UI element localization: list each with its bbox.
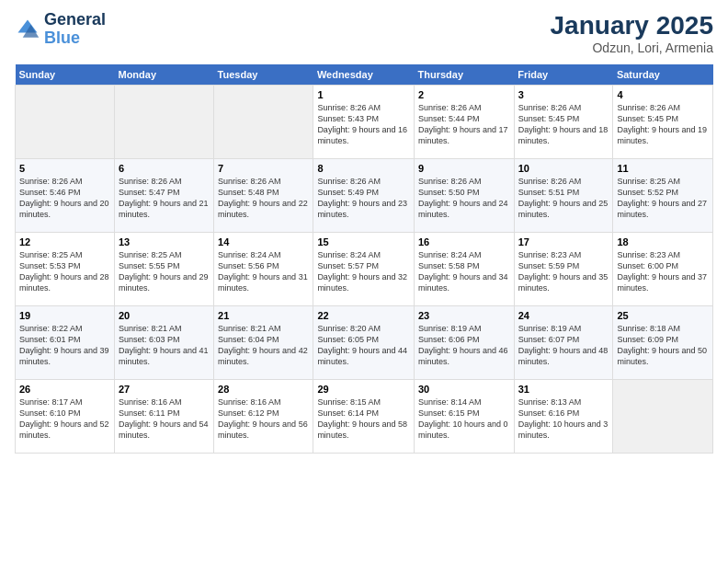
subtitle: Odzun, Lori, Armenia bbox=[551, 40, 713, 55]
logo-text: General Blue bbox=[44, 11, 106, 48]
day-number: 14 bbox=[218, 236, 309, 247]
day-cell: 25Sunrise: 8:18 AM Sunset: 6:09 PM Dayli… bbox=[613, 306, 713, 380]
day-info: Sunrise: 8:25 AM Sunset: 5:55 PM Dayligh… bbox=[119, 249, 210, 294]
day-cell: 8Sunrise: 8:26 AM Sunset: 5:49 PM Daylig… bbox=[313, 159, 415, 233]
day-cell: 10Sunrise: 8:26 AM Sunset: 5:51 PM Dayli… bbox=[514, 159, 613, 233]
col-header-saturday: Saturday bbox=[613, 64, 713, 86]
day-number: 25 bbox=[617, 310, 709, 321]
day-cell: 5Sunrise: 8:26 AM Sunset: 5:46 PM Daylig… bbox=[16, 159, 115, 233]
day-cell: 16Sunrise: 8:24 AM Sunset: 5:58 PM Dayli… bbox=[414, 233, 514, 306]
day-cell: 9Sunrise: 8:26 AM Sunset: 5:50 PM Daylig… bbox=[414, 159, 514, 233]
day-cell: 21Sunrise: 8:21 AM Sunset: 6:04 PM Dayli… bbox=[214, 306, 313, 380]
day-info: Sunrise: 8:24 AM Sunset: 5:58 PM Dayligh… bbox=[418, 249, 510, 294]
day-number: 1 bbox=[317, 89, 410, 100]
day-number: 8 bbox=[317, 163, 410, 174]
day-info: Sunrise: 8:15 AM Sunset: 6:14 PM Dayligh… bbox=[317, 396, 410, 442]
day-number: 13 bbox=[119, 236, 210, 247]
calendar-table: SundayMondayTuesdayWednesdayThursdayFrid… bbox=[15, 64, 713, 454]
title-block: January 2025 Odzun, Lori, Armenia bbox=[551, 11, 713, 55]
day-number: 30 bbox=[418, 384, 510, 395]
day-info: Sunrise: 8:26 AM Sunset: 5:46 PM Dayligh… bbox=[19, 176, 110, 221]
day-number: 26 bbox=[19, 384, 110, 395]
day-number: 9 bbox=[418, 163, 510, 174]
day-info: Sunrise: 8:26 AM Sunset: 5:45 PM Dayligh… bbox=[617, 102, 709, 147]
header: General Blue January 2025 Odzun, Lori, A… bbox=[15, 11, 713, 55]
day-cell: 3Sunrise: 8:26 AM Sunset: 5:45 PM Daylig… bbox=[514, 86, 613, 159]
col-header-wednesday: Wednesday bbox=[313, 64, 415, 86]
day-cell: 18Sunrise: 8:23 AM Sunset: 6:00 PM Dayli… bbox=[613, 233, 713, 306]
day-info: Sunrise: 8:26 AM Sunset: 5:49 PM Dayligh… bbox=[317, 176, 410, 221]
day-cell: 19Sunrise: 8:22 AM Sunset: 6:01 PM Dayli… bbox=[16, 306, 115, 380]
day-number: 10 bbox=[518, 163, 609, 174]
day-cell: 26Sunrise: 8:17 AM Sunset: 6:10 PM Dayli… bbox=[16, 380, 115, 454]
day-number: 18 bbox=[617, 236, 709, 247]
main-title: January 2025 bbox=[551, 11, 713, 40]
day-cell: 4Sunrise: 8:26 AM Sunset: 5:45 PM Daylig… bbox=[613, 86, 713, 159]
day-cell bbox=[214, 86, 313, 159]
logo-icon bbox=[15, 17, 40, 42]
day-info: Sunrise: 8:24 AM Sunset: 5:57 PM Dayligh… bbox=[317, 249, 410, 294]
day-info: Sunrise: 8:26 AM Sunset: 5:43 PM Dayligh… bbox=[317, 102, 410, 147]
week-row-1: 1Sunrise: 8:26 AM Sunset: 5:43 PM Daylig… bbox=[16, 86, 713, 159]
week-row-4: 19Sunrise: 8:22 AM Sunset: 6:01 PM Dayli… bbox=[16, 306, 713, 380]
day-cell: 24Sunrise: 8:19 AM Sunset: 6:07 PM Dayli… bbox=[514, 306, 613, 380]
day-cell: 23Sunrise: 8:19 AM Sunset: 6:06 PM Dayli… bbox=[414, 306, 514, 380]
day-number: 24 bbox=[518, 310, 609, 321]
day-number: 5 bbox=[19, 163, 110, 174]
week-row-5: 26Sunrise: 8:17 AM Sunset: 6:10 PM Dayli… bbox=[16, 380, 713, 454]
day-number: 29 bbox=[317, 384, 410, 395]
day-cell: 2Sunrise: 8:26 AM Sunset: 5:44 PM Daylig… bbox=[414, 86, 514, 159]
day-info: Sunrise: 8:13 AM Sunset: 6:16 PM Dayligh… bbox=[518, 396, 609, 442]
day-info: Sunrise: 8:26 AM Sunset: 5:51 PM Dayligh… bbox=[518, 176, 609, 221]
week-row-2: 5Sunrise: 8:26 AM Sunset: 5:46 PM Daylig… bbox=[16, 159, 713, 233]
day-number: 6 bbox=[119, 163, 210, 174]
day-info: Sunrise: 8:16 AM Sunset: 6:11 PM Dayligh… bbox=[119, 396, 210, 442]
day-cell: 20Sunrise: 8:21 AM Sunset: 6:03 PM Dayli… bbox=[114, 306, 213, 380]
day-cell: 13Sunrise: 8:25 AM Sunset: 5:55 PM Dayli… bbox=[114, 233, 213, 306]
day-number: 2 bbox=[418, 89, 510, 100]
day-cell: 6Sunrise: 8:26 AM Sunset: 5:47 PM Daylig… bbox=[114, 159, 213, 233]
col-header-friday: Friday bbox=[514, 64, 613, 86]
day-cell: 30Sunrise: 8:14 AM Sunset: 6:15 PM Dayli… bbox=[414, 380, 514, 454]
day-info: Sunrise: 8:14 AM Sunset: 6:15 PM Dayligh… bbox=[418, 396, 510, 442]
day-info: Sunrise: 8:26 AM Sunset: 5:45 PM Dayligh… bbox=[518, 102, 609, 147]
day-info: Sunrise: 8:16 AM Sunset: 6:12 PM Dayligh… bbox=[218, 396, 309, 442]
day-cell: 11Sunrise: 8:25 AM Sunset: 5:52 PM Dayli… bbox=[613, 159, 713, 233]
col-header-thursday: Thursday bbox=[414, 64, 514, 86]
day-number: 17 bbox=[518, 236, 609, 247]
day-info: Sunrise: 8:26 AM Sunset: 5:44 PM Dayligh… bbox=[418, 102, 510, 147]
day-info: Sunrise: 8:21 AM Sunset: 6:04 PM Dayligh… bbox=[218, 323, 309, 368]
day-number: 3 bbox=[518, 89, 609, 100]
day-cell bbox=[16, 86, 115, 159]
day-cell: 14Sunrise: 8:24 AM Sunset: 5:56 PM Dayli… bbox=[214, 233, 313, 306]
day-cell: 31Sunrise: 8:13 AM Sunset: 6:16 PM Dayli… bbox=[514, 380, 613, 454]
day-number: 28 bbox=[218, 384, 309, 395]
day-number: 21 bbox=[218, 310, 309, 321]
day-number: 31 bbox=[518, 384, 609, 395]
col-header-tuesday: Tuesday bbox=[214, 64, 313, 86]
col-header-sunday: Sunday bbox=[16, 64, 115, 86]
day-cell: 12Sunrise: 8:25 AM Sunset: 5:53 PM Dayli… bbox=[16, 233, 115, 306]
day-number: 27 bbox=[119, 384, 210, 395]
day-info: Sunrise: 8:24 AM Sunset: 5:56 PM Dayligh… bbox=[218, 249, 309, 294]
day-info: Sunrise: 8:19 AM Sunset: 6:06 PM Dayligh… bbox=[418, 323, 510, 368]
day-number: 4 bbox=[617, 89, 709, 100]
day-info: Sunrise: 8:25 AM Sunset: 5:53 PM Dayligh… bbox=[19, 249, 110, 294]
day-number: 23 bbox=[418, 310, 510, 321]
day-cell: 27Sunrise: 8:16 AM Sunset: 6:11 PM Dayli… bbox=[114, 380, 213, 454]
day-number: 7 bbox=[218, 163, 309, 174]
day-cell bbox=[114, 86, 213, 159]
day-info: Sunrise: 8:19 AM Sunset: 6:07 PM Dayligh… bbox=[518, 323, 609, 368]
day-cell: 28Sunrise: 8:16 AM Sunset: 6:12 PM Dayli… bbox=[214, 380, 313, 454]
day-info: Sunrise: 8:21 AM Sunset: 6:03 PM Dayligh… bbox=[119, 323, 210, 368]
day-cell: 29Sunrise: 8:15 AM Sunset: 6:14 PM Dayli… bbox=[313, 380, 415, 454]
day-number: 12 bbox=[19, 236, 110, 247]
day-info: Sunrise: 8:17 AM Sunset: 6:10 PM Dayligh… bbox=[19, 396, 110, 442]
logo: General Blue bbox=[15, 11, 106, 48]
day-info: Sunrise: 8:26 AM Sunset: 5:50 PM Dayligh… bbox=[418, 176, 510, 221]
day-cell: 17Sunrise: 8:23 AM Sunset: 5:59 PM Dayli… bbox=[514, 233, 613, 306]
day-info: Sunrise: 8:25 AM Sunset: 5:52 PM Dayligh… bbox=[617, 176, 709, 221]
day-info: Sunrise: 8:20 AM Sunset: 6:05 PM Dayligh… bbox=[317, 323, 410, 368]
day-cell: 22Sunrise: 8:20 AM Sunset: 6:05 PM Dayli… bbox=[313, 306, 415, 380]
day-number: 16 bbox=[418, 236, 510, 247]
